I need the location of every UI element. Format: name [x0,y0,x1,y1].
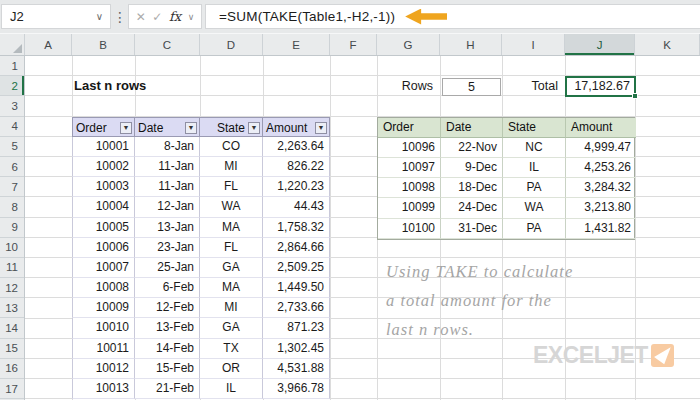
table-cell[interactable]: 1,449.50 [263,278,330,298]
table-cell[interactable]: 10096 [378,138,441,158]
table-cell[interactable]: FL [200,177,263,197]
table-cell[interactable]: 10009 [72,298,135,318]
table-cell[interactable]: TX [200,339,263,359]
right-table-header-amount[interactable]: Amount [566,118,636,138]
table-cell[interactable]: 13-Feb [135,318,200,338]
table-cell[interactable]: 10010 [72,318,135,338]
table-cell[interactable]: 10011 [72,339,135,359]
table-cell[interactable]: 1,758.32 [263,218,330,238]
table-cell[interactable]: 2,733.66 [263,298,330,318]
fill-handle[interactable] [632,93,638,99]
table-cell[interactable]: 826.22 [263,157,330,177]
table-cell[interactable]: 14-Feb [135,339,200,359]
table-cell[interactable]: 2,864.66 [263,238,330,258]
table-cell[interactable]: IL [200,379,263,399]
table-cell[interactable]: PA [503,219,566,239]
table-cell[interactable]: 10001 [72,137,135,157]
column-header-d[interactable]: D [200,34,263,55]
table-cell[interactable]: MA [200,218,263,238]
filter-dropdown-icon[interactable]: ▼ [248,122,260,134]
table-cell[interactable]: IL [503,158,566,178]
table-cell[interactable]: GA [200,318,263,338]
row-header-1[interactable]: 1 [0,56,24,76]
row-header-14[interactable]: 14 [0,318,24,338]
row-header-7[interactable]: 7 [0,177,24,197]
table-cell[interactable]: 3,213.80 [566,198,636,218]
table-cell[interactable]: 15-Feb [135,359,200,379]
table-cell[interactable]: 10002 [72,157,135,177]
row-header-15[interactable]: 15 [0,339,24,359]
column-header-k[interactable]: K [635,34,700,55]
column-header-b[interactable]: B [72,34,135,55]
name-box-chevron-icon[interactable]: ∨ [96,11,110,22]
table-cell[interactable]: OR [200,359,263,379]
row-header-4[interactable]: 4 [0,117,24,137]
table-cell[interactable]: 23-Jan [135,238,200,258]
table-cell[interactable]: CO [200,137,263,157]
formula-input[interactable]: =SUM(TAKE(Table1,-H2,-1)) [205,4,700,29]
table-cell[interactable]: 3,284.32 [566,178,636,198]
table-cell[interactable]: 1,302.45 [263,339,330,359]
table-cell[interactable]: 12-Feb [135,298,200,318]
row-header-12[interactable]: 12 [0,278,24,298]
table-cell[interactable]: 21-Feb [135,379,200,399]
row-header-5[interactable]: 5 [0,137,24,157]
left-table-header-amount[interactable]: Amount▼ [263,117,330,137]
table-cell[interactable]: FL [200,238,263,258]
name-box[interactable]: J2 ∨ [1,4,111,29]
table-cell[interactable]: 12-Jan [135,197,200,217]
column-header-h[interactable]: H [440,34,502,55]
filter-dropdown-icon[interactable]: ▼ [185,122,197,134]
select-all-corner[interactable] [0,34,25,55]
row-header-9[interactable]: 9 [0,218,24,238]
left-table-header-state[interactable]: State▼ [200,117,263,137]
row-header-6[interactable]: 6 [0,157,24,177]
table-cell[interactable]: 871.23 [263,318,330,338]
left-table-header-date[interactable]: Date▼ [135,117,200,137]
row-header-16[interactable]: 16 [0,359,24,379]
table-cell[interactable]: 10006 [72,238,135,258]
row-header-2-selected[interactable]: 2 [0,76,24,96]
column-header-i[interactable]: I [502,34,565,55]
selected-cell-j2[interactable]: 17,182.67 [565,76,636,98]
table-cell[interactable]: 25-Jan [135,258,200,278]
table-cell[interactable]: 24-Dec [441,198,503,218]
table-cell[interactable]: MI [200,157,263,177]
table-cell[interactable]: 10100 [378,219,441,239]
table-cell[interactable]: 11-Jan [135,157,200,177]
column-header-e[interactable]: E [263,34,330,55]
table-cell[interactable]: 10013 [72,379,135,399]
formula-text[interactable]: =SUM(TAKE(Table1,-H2,-1)) [206,9,395,24]
cancel-icon[interactable]: ✕ [136,10,146,24]
table-cell[interactable]: WA [200,197,263,217]
table-cell[interactable]: 10003 [72,177,135,197]
table-cell[interactable]: 44.43 [263,197,330,217]
table-cell[interactable]: 1,220.23 [263,177,330,197]
filter-dropdown-icon[interactable]: ▼ [120,122,132,134]
row-header-10[interactable]: 10 [0,238,24,258]
table-cell[interactable]: 1,431.82 [566,219,636,239]
column-header-g[interactable]: G [377,34,440,55]
table-cell[interactable]: 10097 [378,158,441,178]
column-header-j-selected[interactable]: J [565,34,635,55]
table-cell[interactable]: 8-Jan [135,137,200,157]
table-cell[interactable]: MA [200,278,263,298]
table-cell[interactable]: 3,966.78 [263,379,330,399]
table-cell[interactable]: PA [503,178,566,198]
insert-function-icon[interactable]: fx [169,9,181,24]
table-cell[interactable]: 10098 [378,178,441,198]
table-cell[interactable]: WA [503,198,566,218]
column-header-c[interactable]: C [135,34,200,55]
column-header-f[interactable]: F [330,34,377,55]
table-cell[interactable]: 4,999.47 [566,138,636,158]
right-table-header-state[interactable]: State [503,118,566,138]
table-cell[interactable]: 6-Feb [135,278,200,298]
table-cell[interactable]: 11-Jan [135,177,200,197]
row-header-3[interactable]: 3 [0,96,24,116]
right-table-header-date[interactable]: Date [441,118,503,138]
row-header-13[interactable]: 13 [0,298,24,318]
table-cell[interactable]: 22-Nov [441,138,503,158]
row-header-8[interactable]: 8 [0,197,24,217]
table-cell[interactable]: 9-Dec [441,158,503,178]
table-cell[interactable]: 10012 [72,359,135,379]
